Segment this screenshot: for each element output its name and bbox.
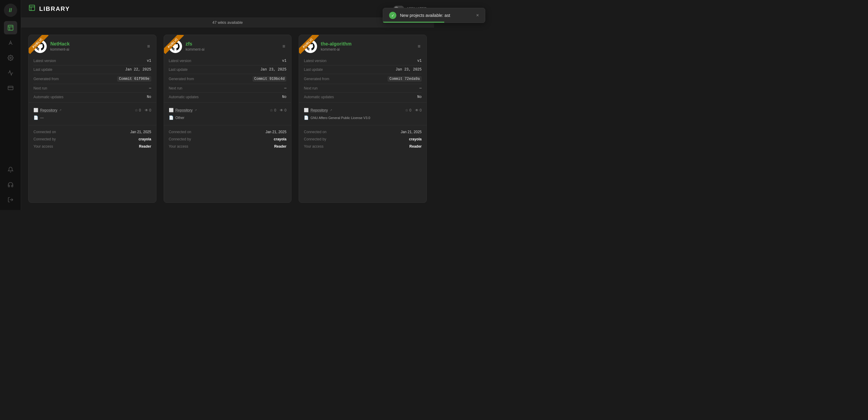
sidebar-item-notifications[interactable] bbox=[4, 163, 17, 176]
card-info-the-algorithm: Latest version v1 Last update Jan 23, 20… bbox=[299, 57, 427, 101]
page-header: LIBRARY AFFILIATED bbox=[21, 0, 434, 18]
toast-progress-bar bbox=[383, 22, 434, 23]
link-license-nethack: 📄 — bbox=[33, 114, 151, 122]
sidebar-item-settings[interactable] bbox=[4, 51, 17, 64]
card-owner-zfs: komment-ai bbox=[186, 47, 205, 52]
info-generated-from-nethack: Generated from Commit 61f969e bbox=[33, 74, 151, 84]
sidebar-item-analytics[interactable] bbox=[4, 66, 17, 79]
card-footer-zfs: Connected on Jan 21, 2025 Connected by c… bbox=[164, 125, 291, 154]
footer-access-nethack: Your access Reader bbox=[33, 143, 151, 150]
info-next-run-nethack: Next run — bbox=[33, 84, 151, 93]
card-title-nethack: NetHack bbox=[50, 41, 70, 47]
svg-rect-11 bbox=[29, 5, 35, 10]
card-title-the-algorithm: the-algorithm bbox=[321, 41, 351, 47]
info-last-update-nethack: Last update Jan 22, 2025 bbox=[33, 65, 151, 74]
app-logo[interactable]: // bbox=[4, 4, 17, 17]
ribbon-the-algorithm: PUBLIC bbox=[299, 35, 320, 56]
card-the-algorithm: PUBLIC the-algorithm komment-ai ≡ Latest… bbox=[299, 35, 427, 203]
svg-rect-8 bbox=[8, 86, 13, 90]
card-links-nethack: ⬜ Repository ↗ ☆ 0 👁 0 📄 — bbox=[29, 102, 156, 124]
svg-line-5 bbox=[11, 43, 12, 44]
ribbon-label-nethack: PUBLIC bbox=[29, 35, 49, 54]
svg-line-6 bbox=[9, 43, 10, 44]
card-info-zfs: Latest version v1 Last update Jan 23, 20… bbox=[164, 57, 291, 101]
sidebar-item-card[interactable] bbox=[4, 82, 17, 95]
svg-point-3 bbox=[10, 42, 11, 44]
page-title: LIBRARY bbox=[39, 5, 70, 12]
sidebar-item-logout[interactable] bbox=[4, 193, 17, 206]
card-links-the-algorithm: ⬜ Repository ↗ ☆ 0 👁 0 📄 GNU Affero Gene… bbox=[299, 102, 427, 124]
card-zfs: PUBLIC zfs komment-ai ≡ Latest version v… bbox=[164, 35, 292, 203]
ribbon-label-the-algorithm: PUBLIC bbox=[299, 35, 319, 54]
repo-icon-nethack: ⬜ bbox=[33, 108, 38, 112]
card-title-area-nethack: NetHack komment-ai bbox=[50, 41, 70, 52]
card-menu-the-algorithm[interactable]: ≡ bbox=[416, 42, 422, 50]
toast: ✓ New projects available: ast × bbox=[383, 8, 434, 23]
card-links-zfs: ⬜ Repository ↗ ☆ 0 👁 0 📄 Other bbox=[164, 102, 291, 124]
info-auto-updates-nethack: Automatic updates No bbox=[33, 93, 151, 101]
card-owner-nethack: komment-ai bbox=[50, 47, 70, 52]
card-menu-zfs[interactable]: ≡ bbox=[281, 42, 286, 50]
card-footer-the-algorithm: Connected on Jan 21, 2025 Connected by c… bbox=[299, 125, 427, 154]
card-footer-nethack: Connected on Jan 21, 2025 Connected by c… bbox=[29, 125, 156, 154]
card-owner-the-algorithm: komment-ai bbox=[321, 47, 351, 52]
footer-connected-on-nethack: Connected on Jan 21, 2025 bbox=[33, 128, 151, 136]
notification-text: 47 wikis available bbox=[212, 20, 243, 25]
ribbon-zfs: PUBLIC bbox=[164, 35, 185, 56]
link-repo-nethack: ⬜ Repository ↗ ☆ 0 👁 0 bbox=[33, 106, 151, 114]
toast-check-icon: ✓ bbox=[389, 12, 396, 19]
svg-point-7 bbox=[10, 57, 11, 59]
card-title-zfs: zfs bbox=[186, 41, 205, 47]
notification-bar: 47 wikis available bbox=[21, 18, 434, 27]
sidebar-item-library[interactable] bbox=[4, 21, 17, 34]
card-title-area-the-algorithm: the-algorithm komment-ai bbox=[321, 41, 351, 52]
card-info-nethack: Latest version v1 Last update Jan 22, 20… bbox=[29, 57, 156, 101]
card-menu-nethack[interactable]: ≡ bbox=[146, 42, 151, 50]
info-latest-version-nethack: Latest version v1 bbox=[33, 57, 151, 65]
footer-connected-by-nethack: Connected by crayola bbox=[33, 136, 151, 143]
ribbon-nethack: PUBLIC bbox=[29, 35, 50, 56]
toast-message: New projects available: ast bbox=[400, 13, 434, 18]
sidebar-item-network[interactable] bbox=[4, 36, 17, 50]
sidebar: // bbox=[0, 0, 21, 210]
ribbon-label-zfs: PUBLIC bbox=[164, 35, 184, 54]
svg-rect-0 bbox=[8, 25, 13, 30]
card-title-area-zfs: zfs komment-ai bbox=[186, 41, 205, 52]
toast-container: ✓ New projects available: ast × bbox=[383, 8, 434, 23]
cards-area: PUBLIC NetHack komment-ai ≡ Latest versi… bbox=[21, 27, 434, 210]
main-content: LIBRARY AFFILIATED 47 wikis available ✓ … bbox=[21, 0, 434, 210]
library-icon bbox=[28, 4, 36, 13]
sidebar-item-audio[interactable] bbox=[4, 178, 17, 191]
card-nethack: PUBLIC NetHack komment-ai ≡ Latest versi… bbox=[28, 35, 156, 203]
